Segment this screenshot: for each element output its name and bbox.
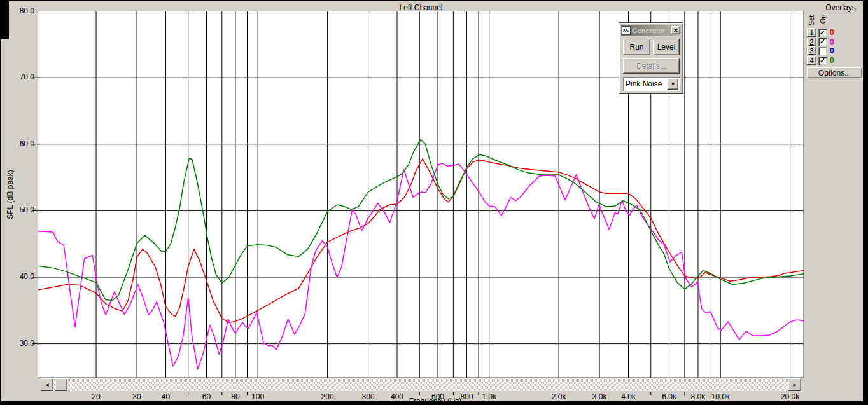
chevron-down-icon[interactable]: ▼ (668, 78, 678, 90)
overlay-value-2: 0 (830, 38, 834, 46)
overlay-on-checkbox-3[interactable] (818, 47, 827, 55)
run-button[interactable]: Run (623, 39, 650, 55)
overlay-value-4: 0 (830, 56, 834, 65)
overlay-value-1: 0 (830, 28, 834, 37)
window-edge-artifact (0, 0, 9, 39)
app-window: Left Channel SPL (dB peak) Frequency (Hz… (1, 1, 863, 401)
on-column-header: On (819, 10, 827, 29)
overlay-set-button-3[interactable]: 3 (807, 46, 816, 55)
overlay-set-button-1[interactable]: 1 (807, 28, 816, 37)
options-button[interactable]: Options... (807, 67, 862, 78)
generator-title: Generator (632, 27, 671, 34)
scrollbar-left-arrow-icon[interactable]: ◄ (41, 378, 53, 391)
generator-dialog: Generator ✕ Run Level Details... Pink No… (619, 22, 683, 94)
overlay-on-checkbox-4[interactable]: ✓ (818, 57, 827, 65)
generator-waveform-icon (622, 26, 631, 35)
signal-type-value: Pink Noise (626, 79, 668, 88)
generator-titlebar[interactable]: Generator ✕ (621, 25, 681, 36)
overlay-on-checkbox-2[interactable]: ✓ (818, 38, 827, 46)
signal-type-combobox[interactable]: Pink Noise ▼ (623, 77, 680, 91)
overlay-on-checkbox-1[interactable]: ✓ (818, 29, 827, 37)
overlay-set-button-2[interactable]: 2 (807, 38, 816, 46)
scrollbar-thumb[interactable] (55, 378, 67, 391)
level-button[interactable]: Level (653, 39, 680, 55)
details-button: Details... (623, 58, 680, 74)
scrollbar-right-arrow-icon[interactable]: ► (788, 378, 801, 391)
set-column-header: Set (808, 11, 815, 30)
plot-area (38, 11, 804, 378)
overlay-set-button-4[interactable]: 4 (807, 56, 816, 65)
scrollbar-track[interactable] (41, 378, 801, 391)
spectrum-chart (1, 1, 868, 404)
close-icon[interactable]: ✕ (671, 26, 680, 34)
overlay-value-3: 0 (830, 46, 834, 55)
